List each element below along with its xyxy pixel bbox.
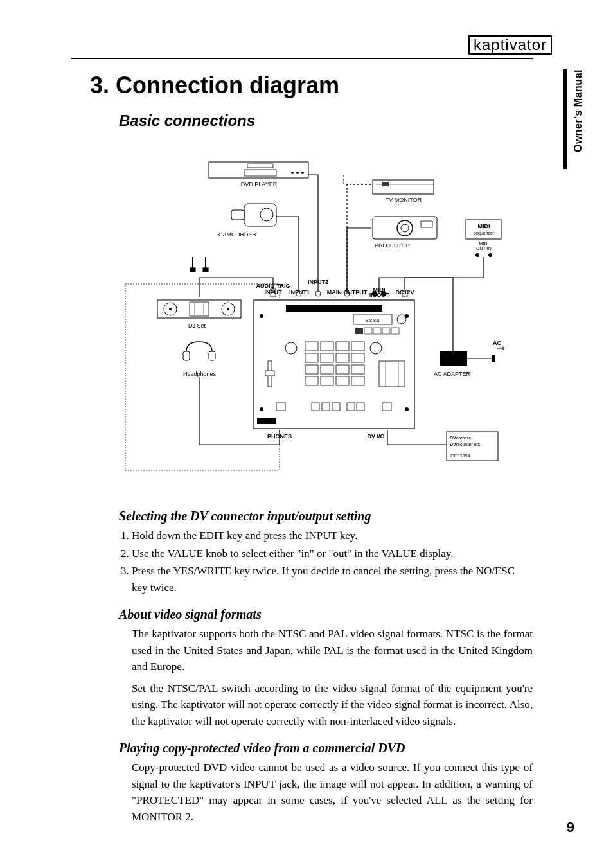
svg-point-30 bbox=[169, 308, 172, 310]
section-basic-connections: Basic connections bbox=[119, 112, 552, 130]
dj-set-icon: DJ Set bbox=[157, 300, 241, 329]
side-tab-label: Owner's Manual bbox=[573, 69, 584, 152]
svg-text:MIDI: MIDI bbox=[478, 223, 490, 229]
subhead-dv-setting: Selecting the DV connector input/output … bbox=[119, 509, 552, 524]
svg-rect-54 bbox=[351, 353, 364, 362]
svg-text:8.8.8.8: 8.8.8.8 bbox=[366, 318, 380, 323]
svg-rect-81 bbox=[347, 403, 355, 411]
camcorder-icon: CAMCORDER bbox=[218, 204, 276, 238]
svg-rect-57 bbox=[336, 365, 349, 374]
body-text: Copy-protected DVD video cannot be used … bbox=[132, 759, 533, 825]
svg-rect-52 bbox=[321, 353, 333, 362]
svg-rect-66 bbox=[382, 328, 390, 334]
svg-rect-82 bbox=[357, 403, 364, 411]
svg-rect-67 bbox=[391, 328, 399, 334]
bottom-port-labels: PHONES DV I/O bbox=[267, 433, 385, 439]
svg-text:INPUT2: INPUT2 bbox=[308, 279, 328, 285]
dv-steps-list: Hold down the EDIT key and press the INP… bbox=[119, 527, 533, 596]
svg-rect-14 bbox=[382, 182, 389, 186]
svg-text:OUT/IN: OUT/IN bbox=[476, 246, 492, 251]
ac-adapter-icon: AC ADAPTER AC bbox=[434, 340, 504, 377]
svg-text:PHONES: PHONES bbox=[267, 433, 292, 439]
dvd-player-icon: DVD PLAYER bbox=[209, 162, 308, 188]
svg-text:IN/OUT: IN/OUT bbox=[369, 292, 389, 298]
svg-point-32 bbox=[227, 308, 229, 310]
tv-monitor-icon: TV MONITOR bbox=[373, 180, 434, 203]
svg-rect-63 bbox=[355, 328, 363, 334]
connection-diagram: DVD PLAYER CAMCORDER TV MONITOR bbox=[119, 149, 517, 483]
svg-rect-74 bbox=[265, 371, 274, 376]
body-text: The kaptivator supports both the NTSC an… bbox=[132, 626, 533, 675]
svg-rect-10 bbox=[231, 210, 244, 220]
svg-text:PROJECTOR: PROJECTOR bbox=[375, 242, 411, 249]
svg-rect-56 bbox=[321, 365, 333, 374]
svg-point-4 bbox=[291, 172, 294, 174]
side-tab-accent bbox=[563, 69, 567, 169]
chapter-title: 3. Connection diagram bbox=[90, 72, 552, 99]
svg-rect-48 bbox=[321, 342, 333, 351]
svg-rect-47 bbox=[305, 342, 318, 351]
subhead-copy-protected: Playing copy-protected video from a comm… bbox=[119, 741, 552, 756]
svg-point-98 bbox=[315, 291, 321, 296]
header-rule bbox=[71, 58, 533, 59]
svg-text:sequencer: sequencer bbox=[474, 231, 495, 236]
svg-rect-85 bbox=[440, 351, 467, 366]
svg-text:DC12V: DC12V bbox=[395, 289, 414, 296]
svg-point-26 bbox=[475, 253, 479, 257]
svg-text:DVrecorder etc.: DVrecorder etc. bbox=[450, 442, 481, 447]
svg-text:DV I/O: DV I/O bbox=[367, 433, 384, 439]
svg-rect-53 bbox=[336, 353, 349, 362]
svg-rect-49 bbox=[336, 342, 349, 351]
projector-icon: PROJECTOR bbox=[373, 217, 437, 249]
headphones-icon: Headphones bbox=[183, 342, 217, 377]
svg-rect-43 bbox=[286, 305, 382, 312]
svg-point-27 bbox=[488, 253, 492, 257]
svg-text:CAMCORDER: CAMCORDER bbox=[218, 231, 257, 238]
svg-rect-38 bbox=[209, 351, 215, 360]
svg-point-6 bbox=[301, 172, 304, 174]
svg-rect-12 bbox=[373, 180, 434, 194]
svg-rect-80 bbox=[332, 403, 340, 411]
svg-text:Headphones: Headphones bbox=[183, 371, 217, 377]
top-port-labels: AUDIO TRIG INPUT INPUT1 INPUT2 MAIN OUTP… bbox=[256, 279, 414, 298]
svg-text:INPUT: INPUT bbox=[265, 289, 283, 296]
subhead-video-formats: About video signal formats bbox=[119, 607, 552, 622]
svg-text:DJ Set: DJ Set bbox=[188, 323, 206, 329]
svg-text:TV MONITOR: TV MONITOR bbox=[386, 197, 422, 203]
svg-text:IEEE1394: IEEE1394 bbox=[450, 454, 470, 458]
svg-rect-58 bbox=[351, 365, 364, 374]
list-item: Use the VALUE knob to select either "in"… bbox=[132, 545, 533, 562]
product-name-box: kaptivator bbox=[468, 35, 552, 55]
chapter-number: 3. bbox=[90, 72, 109, 98]
svg-rect-83 bbox=[382, 403, 391, 411]
svg-point-41 bbox=[260, 314, 263, 318]
svg-text:DVD PLAYER: DVD PLAYER bbox=[241, 181, 278, 188]
svg-rect-59 bbox=[305, 376, 318, 385]
svg-text:INPUT1: INPUT1 bbox=[289, 289, 310, 296]
svg-point-75 bbox=[260, 407, 263, 411]
list-item: Hold down the EDIT key and press the INP… bbox=[132, 527, 533, 544]
svg-rect-62 bbox=[351, 376, 364, 385]
svg-rect-87 bbox=[492, 355, 495, 362]
svg-text:AC ADAPTER: AC ADAPTER bbox=[434, 371, 471, 377]
body-text: Set the NTSC/PAL switch according to the… bbox=[132, 680, 533, 730]
svg-rect-78 bbox=[312, 403, 319, 411]
svg-rect-55 bbox=[305, 365, 318, 374]
svg-rect-1 bbox=[209, 162, 308, 178]
svg-text:DVcamera,: DVcamera, bbox=[450, 436, 472, 440]
svg-rect-84 bbox=[257, 418, 276, 424]
dv-camera-box: DVcamera, DVrecorder etc. IEEE1394 bbox=[447, 432, 498, 461]
svg-rect-64 bbox=[364, 328, 372, 334]
kaptivator-device: 8.8.8.8 bbox=[254, 300, 414, 429]
chapter-text: Connection diagram bbox=[116, 72, 339, 98]
svg-text:AC: AC bbox=[493, 340, 501, 346]
svg-rect-60 bbox=[321, 376, 333, 385]
svg-text:MIDI: MIDI bbox=[479, 242, 489, 246]
svg-rect-61 bbox=[336, 376, 349, 385]
svg-text:MAIN OUTPUT: MAIN OUTPUT bbox=[327, 289, 368, 296]
svg-point-76 bbox=[405, 407, 409, 411]
svg-rect-50 bbox=[351, 342, 364, 351]
page-number: 9 bbox=[567, 819, 574, 836]
svg-rect-37 bbox=[183, 351, 190, 360]
svg-rect-79 bbox=[322, 403, 330, 411]
